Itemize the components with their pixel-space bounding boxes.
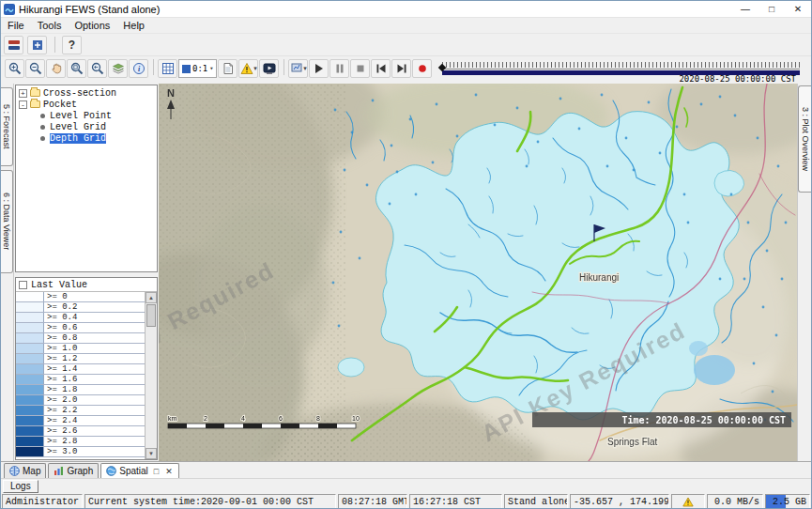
stop-button[interactable] xyxy=(350,59,370,78)
map-time-label: Time: 2020-08-25 00:00:00 CST xyxy=(532,412,791,427)
legend-label: >= 1.2 xyxy=(44,354,77,363)
legend-row: >= 2.6 xyxy=(16,426,145,437)
legend-row: >= 0.2 xyxy=(16,302,145,313)
left-tab-strip: 5 : Forecast 6 : Data Viewer xyxy=(1,84,14,461)
legend-swatch xyxy=(16,406,44,415)
legend-label: >= 2.2 xyxy=(44,406,77,415)
svg-text:10: 10 xyxy=(352,415,360,422)
info-button[interactable]: i xyxy=(129,59,148,78)
tree-item-label[interactable]: Level Point xyxy=(50,111,112,121)
timeline-baseline xyxy=(442,69,800,69)
legend-label: >= 1.8 xyxy=(44,385,77,394)
stop-icon xyxy=(355,63,366,74)
legend-panel: Last Value >= 0>= 0.2>= 0.4>= 0.6>= 0.8>… xyxy=(15,277,158,460)
info-icon: i xyxy=(132,62,146,75)
right-tab-strip: 3 : Plot Overview xyxy=(797,84,812,461)
step-back-button[interactable] xyxy=(371,59,391,78)
tree-item-label[interactable]: Level Grid xyxy=(50,122,106,132)
tree-item[interactable]: Depth Grid xyxy=(16,132,157,144)
last-value-checkbox[interactable] xyxy=(19,281,27,289)
export-dropdown-button[interactable]: ▾ xyxy=(288,59,308,78)
tab-data-viewer[interactable]: 6 : Data Viewer xyxy=(1,170,13,273)
scroll-thumb[interactable] xyxy=(146,304,156,327)
close-button[interactable]: ✕ xyxy=(785,1,811,17)
minimize-button[interactable]: — xyxy=(732,1,758,17)
tab-map[interactable]: Map xyxy=(4,463,46,478)
time-step-value: 0:1 xyxy=(192,64,207,73)
legend-swatch xyxy=(16,385,44,394)
legend-label: >= 3.0 xyxy=(44,447,77,456)
collapse-icon[interactable]: - xyxy=(19,100,27,109)
main-area: 5 : Forecast 6 : Data Viewer +Cross-sect… xyxy=(1,84,811,461)
pan-button[interactable] xyxy=(46,59,66,78)
legend-label: >= 0.6 xyxy=(44,323,77,332)
zoom-in-button[interactable] xyxy=(5,59,24,78)
legend-swatch xyxy=(16,292,44,301)
app-icon xyxy=(4,4,15,15)
expand-icon[interactable]: + xyxy=(19,89,27,98)
zoom-extent-button[interactable] xyxy=(67,59,86,78)
import-icon xyxy=(31,39,44,52)
layers-button[interactable] xyxy=(108,59,128,78)
pane-close-button[interactable]: ✕ xyxy=(164,467,174,476)
pause-button[interactable] xyxy=(329,59,349,78)
tab-graph-label: Graph xyxy=(67,466,93,476)
tree-item[interactable]: Level Point xyxy=(16,110,157,121)
tab-spatial-label: Spatial xyxy=(119,466,148,476)
grid-icon xyxy=(161,62,175,75)
pane-restore-button[interactable]: □ xyxy=(153,467,160,476)
node-bullet-icon xyxy=(40,125,45,130)
legend-label: >= 2.0 xyxy=(44,395,77,405)
tree-item[interactable]: +Cross-section xyxy=(16,87,157,99)
scroll-up-icon[interactable]: ▲ xyxy=(146,292,157,303)
time-step-combo[interactable]: 0:1 ▾ xyxy=(178,59,217,78)
status-memory-label: 2.5 GB xyxy=(773,497,806,507)
menu-options[interactable]: Options xyxy=(68,18,116,34)
tab-spatial[interactable]: Spatial □ ✕ xyxy=(100,463,179,478)
legend-swatch xyxy=(16,323,44,332)
map-canvas[interactable]: API Key Required API Key Required Hikura… xyxy=(159,84,797,461)
report-button[interactable] xyxy=(218,59,237,78)
legend-scrollbar[interactable]: ▲ ▼ xyxy=(145,292,157,459)
record-button[interactable] xyxy=(412,59,432,78)
warning-icon xyxy=(682,497,694,507)
tree-item-label[interactable]: Cross-section xyxy=(43,88,116,99)
legend-label: >= 0 xyxy=(44,292,68,301)
tab-forecast[interactable]: 5 : Forecast xyxy=(1,87,13,166)
legend-swatch xyxy=(16,395,44,405)
tab-graph[interactable]: Graph xyxy=(48,463,99,478)
maximize-button[interactable]: □ xyxy=(758,1,785,17)
legend-label: >= 1.6 xyxy=(44,375,77,384)
legend-title: Last Value xyxy=(31,280,87,290)
legend-swatch xyxy=(16,447,44,456)
legend-label: >= 0.8 xyxy=(44,333,77,343)
database-icon-button[interactable] xyxy=(4,36,23,54)
tree-item-label[interactable]: Depth Grid xyxy=(50,133,106,144)
scroll-down-icon[interactable]: ▼ xyxy=(146,448,157,459)
legend-swatch xyxy=(16,437,44,446)
zoom-out-button[interactable] xyxy=(25,59,45,78)
window-title: Hikurangi FEWS (Stand alone) xyxy=(19,4,160,15)
logs-button[interactable]: Logs xyxy=(3,480,38,493)
legend-row: >= 1.6 xyxy=(16,375,145,385)
tree-item[interactable]: Level Grid xyxy=(16,121,157,132)
menu-tools[interactable]: Tools xyxy=(31,18,69,34)
step-forward-button[interactable] xyxy=(391,59,411,78)
zoom-in-icon xyxy=(8,62,22,75)
zoom-previous-button[interactable] xyxy=(87,59,107,78)
grid-display-button[interactable] xyxy=(158,59,177,78)
status-warning-indicator[interactable] xyxy=(671,494,705,509)
tree-item[interactable]: -Pocket xyxy=(16,99,157,110)
screen-play-icon xyxy=(263,62,276,75)
play-button[interactable] xyxy=(309,59,329,78)
help-button[interactable]: ? xyxy=(62,36,82,54)
legend-label: >= 2.4 xyxy=(44,416,77,425)
warnings-dropdown-button[interactable]: ▾ xyxy=(238,59,258,78)
menu-help[interactable]: Help xyxy=(116,18,151,34)
tree-item-label[interactable]: Pocket xyxy=(43,100,77,110)
animation-button[interactable] xyxy=(259,59,279,78)
tab-plot-overview[interactable]: 3 : Plot Overview xyxy=(798,85,812,193)
import-icon-button[interactable] xyxy=(27,36,47,54)
legend-swatch xyxy=(16,416,44,425)
menu-file[interactable]: File xyxy=(1,18,31,34)
